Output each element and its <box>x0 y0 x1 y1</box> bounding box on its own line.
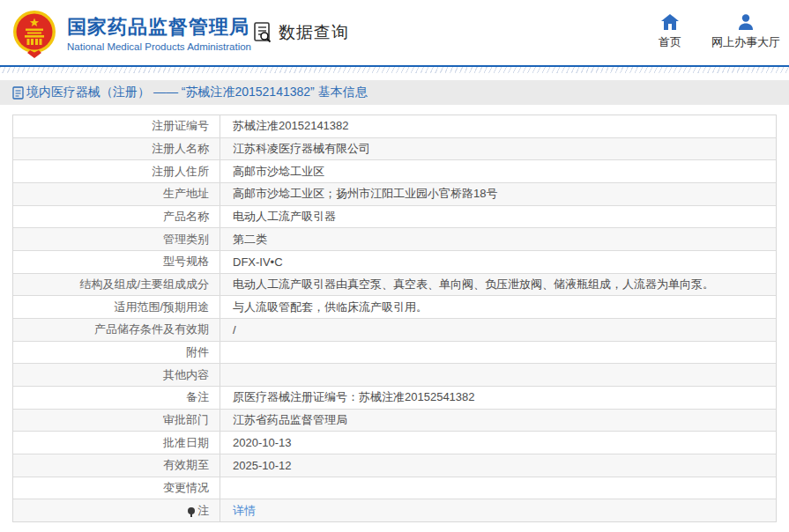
table-row: 有效期至2025-10-12 <box>13 454 776 477</box>
table-row: 结构及组成/主要组成成分电动人工流产吸引器由真空泵、真空表、单向阀、负压泄放阀、… <box>13 274 776 297</box>
row-value: 详情 <box>220 503 776 519</box>
table-row: 管理类别第二类 <box>13 228 776 251</box>
table-row: 型号规格DFX-IV•C <box>13 251 776 274</box>
row-label: 适用范围/预期用途 <box>13 296 220 318</box>
row-label: 批准日期 <box>13 432 220 454</box>
row-label: 其他内容 <box>13 364 220 386</box>
row-label: 管理类别 <box>13 228 220 250</box>
info-table: 注册证编号苏械注准20152141382注册人名称江苏科凌医疗器械有限公司注册人… <box>12 115 777 522</box>
row-label: 注册人住所 <box>13 160 220 182</box>
row-label: 产品名称 <box>13 206 220 228</box>
detail-link[interactable]: 详情 <box>233 504 256 517</box>
table-row: 注册人名称江苏科凌医疗器械有限公司 <box>13 138 776 161</box>
nav-home[interactable]: 首页 <box>659 14 681 50</box>
home-icon <box>661 14 679 30</box>
table-row: 注册人住所高邮市沙埝工业区 <box>13 160 776 183</box>
row-label: 审批部门 <box>13 410 220 432</box>
row-label: 备注 <box>13 387 220 409</box>
table-row: 生产地址高邮市沙埝工业区；扬州市江阳工业园小官桥路18号 <box>13 183 776 206</box>
org-text: 国家药品监督管理局 National Medical Products Admi… <box>67 16 251 52</box>
row-value: DFX-IV•C <box>220 255 776 269</box>
row-label: 注 <box>13 499 220 521</box>
logo-area: 国家药品监督管理局 National Medical Products Admi… <box>12 9 251 58</box>
row-label: 生产地址 <box>13 183 220 205</box>
org-title: 国家药品监督管理局 <box>67 16 251 39</box>
table-row: 附件 <box>13 342 776 365</box>
row-value: 电动人工流产吸引器 <box>220 209 776 225</box>
row-value: 2020-10-13 <box>220 436 776 449</box>
row-label: 注册人名称 <box>13 138 220 160</box>
table-row: 批准日期2020-10-13 <box>13 432 776 454</box>
row-label: 注册证编号 <box>13 115 220 137</box>
row-label: 附件 <box>13 342 220 364</box>
nav-service-hall[interactable]: 网上办事大厅 <box>711 14 780 50</box>
row-label: 变更情况 <box>13 477 220 499</box>
row-value: 高邮市沙埝工业区；扬州市江阳工业园小官桥路18号 <box>220 186 776 202</box>
table-row: 注详情 <box>13 499 776 521</box>
national-emblem-icon <box>12 9 56 58</box>
row-value: 高邮市沙埝工业区 <box>220 164 776 180</box>
table-row: 适用范围/预期用途与人流吸管配套，供临床流产吸引用。 <box>13 296 776 319</box>
row-value: 电动人工流产吸引器由真空泵、真空表、单向阀、负压泄放阀、储液瓶组成，人流器为单向… <box>220 277 776 292</box>
hatch-divider <box>0 67 789 73</box>
nav-service-hall-label: 网上办事大厅 <box>711 34 780 50</box>
row-value: 2025-10-12 <box>220 459 776 472</box>
row-value: 江苏省药品监督管理局 <box>220 412 776 428</box>
row-value: 第二类 <box>220 232 776 248</box>
row-value: / <box>220 323 776 336</box>
data-query-section[interactable]: 数据查询 <box>251 21 349 44</box>
data-query-icon <box>251 21 274 44</box>
page-title-bar: 境内医疗器械（注册） —— “苏械注准20152141382” 基本信息 <box>0 80 789 105</box>
table-row: 变更情况 <box>13 477 776 500</box>
row-label: 有效期至 <box>13 454 220 477</box>
row-value: 江苏科凌医疗器械有限公司 <box>220 141 776 157</box>
table-row: 注册证编号苏械注准20152141382 <box>13 115 776 138</box>
table-row: 产品名称电动人工流产吸引器 <box>13 206 776 229</box>
row-label: 型号规格 <box>13 251 220 273</box>
user-icon <box>737 14 755 30</box>
table-row: 其他内容 <box>13 364 776 387</box>
table-row: 审批部门江苏省药品监督管理局 <box>13 410 776 432</box>
table-row: 产品储存条件及有效期/ <box>13 319 776 342</box>
nav-home-label: 首页 <box>659 34 681 50</box>
row-label: 产品储存条件及有效期 <box>13 319 220 341</box>
document-icon <box>12 86 24 100</box>
table-row: 备注原医疗器械注册证编号：苏械注准20152541382 <box>13 387 776 410</box>
note-pin-icon <box>188 507 195 514</box>
page-title: 境内医疗器械（注册） —— “苏械注准20152141382” 基本信息 <box>26 85 368 100</box>
header-nav: 首页 网上办事大厅 <box>659 14 780 50</box>
row-value: 苏械注准20152141382 <box>220 118 776 134</box>
row-value: 原医疗器械注册证编号：苏械注准20152541382 <box>220 389 776 405</box>
row-label: 结构及组成/主要组成成分 <box>13 274 220 296</box>
site-header: 国家药品监督管理局 National Medical Products Admi… <box>0 0 789 67</box>
row-value: 与人流吸管配套，供临床流产吸引用。 <box>220 299 776 315</box>
org-subtitle: National Medical Products Administration <box>67 41 251 52</box>
data-query-label: 数据查询 <box>279 21 349 44</box>
